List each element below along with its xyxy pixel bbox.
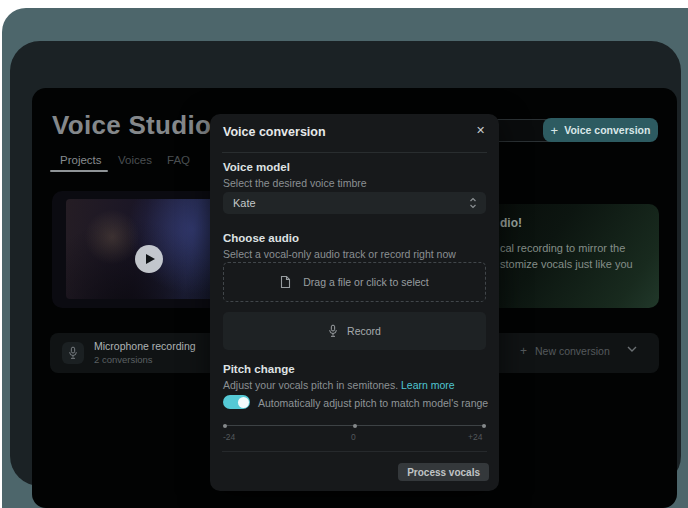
select-stepper-icon <box>469 196 477 210</box>
tab-projects[interactable]: Projects <box>60 154 102 166</box>
learn-more-link[interactable]: Learn more <box>401 379 455 391</box>
new-conversion-label: New conversion <box>535 345 610 357</box>
tab-faq[interactable]: FAQ <box>167 154 190 166</box>
pitch-hint-text: Adjust your vocals pitch in semitones. <box>223 379 401 391</box>
auto-pitch-toggle-label: Automatically adjust pitch to match mode… <box>258 397 488 409</box>
slider-thumb[interactable] <box>353 424 357 428</box>
voice-model-select[interactable]: Kate <box>223 192 486 214</box>
welcome-body-line: cal recording to mirror the <box>500 242 625 254</box>
slider-mid-label: 0 <box>351 432 356 442</box>
active-tab-underline <box>50 170 108 172</box>
welcome-body-line: stomize vocals just like you <box>500 258 633 270</box>
voice-conversion-modal: Voice conversion ✕ Voice model Select th… <box>210 114 499 491</box>
close-icon[interactable]: ✕ <box>476 124 485 137</box>
auto-pitch-toggle[interactable] <box>223 395 250 409</box>
tab-voices[interactable]: Voices <box>118 154 152 166</box>
choose-audio-hint: Select a vocal-only audio track or recor… <box>223 248 456 260</box>
record-button-label: Record <box>347 325 381 337</box>
divider <box>222 152 487 153</box>
play-icon <box>146 254 155 264</box>
dropzone-label: Drag a file or click to select <box>303 276 428 288</box>
page-title: Voice Studio <box>52 110 211 141</box>
new-conversion-button[interactable]: + New conversion <box>520 344 610 358</box>
slider-min-label: -24 <box>223 432 235 442</box>
slider-max-label: +24 <box>468 432 482 442</box>
pitch-slider[interactable] <box>223 425 486 426</box>
process-vocals-button[interactable]: Process vocals <box>398 463 489 481</box>
pitch-change-hint: Adjust your vocals pitch in semitones. L… <box>223 379 455 391</box>
voice-model-selected-value: Kate <box>233 197 256 209</box>
process-vocals-label: Process vocals <box>407 467 480 478</box>
chevron-down-icon[interactable] <box>626 345 638 353</box>
slider-dot-max[interactable] <box>482 424 486 428</box>
slider-dot-min[interactable] <box>223 424 227 428</box>
device-frame: Voice Studio Projects Voices FAQ + Voice… <box>10 41 681 486</box>
video-thumbnail[interactable] <box>66 199 220 299</box>
page-backdrop: Voice Studio Projects Voices FAQ + Voice… <box>2 8 688 508</box>
record-button[interactable]: Record <box>223 312 486 350</box>
pitch-change-label: Pitch change <box>223 363 295 375</box>
file-icon <box>280 275 291 289</box>
plus-icon: + <box>520 344 527 358</box>
recording-subtitle: 2 conversions <box>94 354 153 365</box>
voice-conversion-button[interactable]: + Voice conversion <box>543 118 658 142</box>
modal-title: Voice conversion <box>223 125 326 139</box>
microphone-icon-box <box>62 342 84 364</box>
voice-conversion-button-label: Voice conversion <box>564 124 650 136</box>
voice-model-label: Voice model <box>223 161 290 173</box>
welcome-heading: dio! <box>500 216 522 230</box>
app-screen: Voice Studio Projects Voices FAQ + Voice… <box>32 88 677 508</box>
toggle-knob <box>238 397 249 408</box>
play-button[interactable] <box>135 245 163 273</box>
microphone-icon <box>68 346 78 360</box>
file-dropzone[interactable]: Drag a file or click to select <box>223 262 486 302</box>
plus-icon: + <box>551 124 559 137</box>
choose-audio-label: Choose audio <box>223 232 299 244</box>
microphone-icon <box>328 324 338 338</box>
divider <box>222 451 487 452</box>
recording-title: Microphone recording <box>94 340 196 352</box>
voice-model-hint: Select the desired voice timbre <box>223 177 367 189</box>
